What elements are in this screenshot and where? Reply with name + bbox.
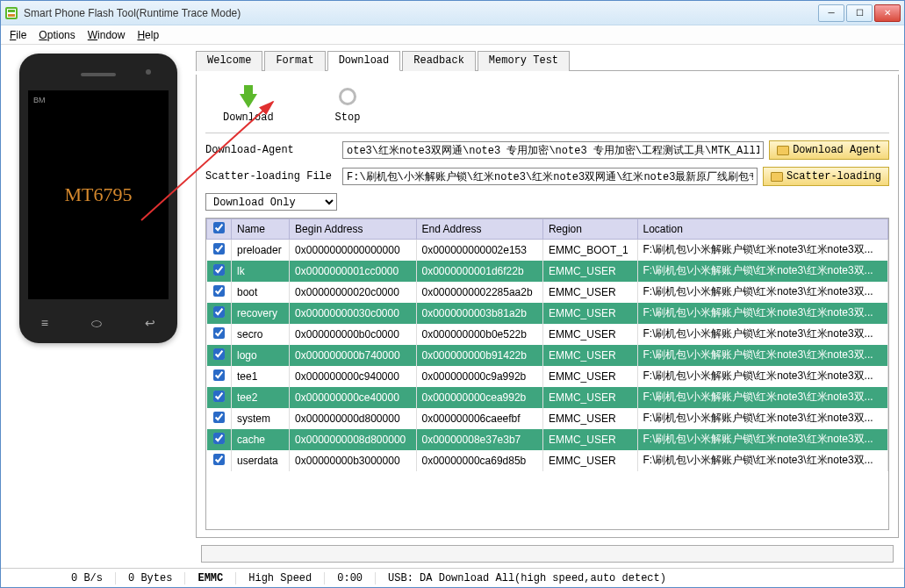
minimize-button[interactable]: ─ [818,4,844,22]
stop-action[interactable]: Stop [335,85,361,124]
scatter-input[interactable] [342,168,758,185]
row-checkbox[interactable] [213,285,225,297]
nav-back-icon: ↩ [145,316,155,331]
close-button[interactable]: ✕ [874,4,901,22]
cell-location: F:\刷机包\小米解账户锁\红米note3\红米note3双... [637,408,888,429]
phone-bm-label: BM [33,96,46,104]
app-window: Smart Phone Flash Tool(Runtime Trace Mod… [0,0,905,588]
cell-end: 0x0000000002285aa2b [416,282,542,303]
row-checkbox[interactable] [213,391,225,402]
main-panel: Welcome Format Download Readback Memory … [196,50,899,563]
cell-end: 0x000000000c9a992b [416,366,542,387]
table-row[interactable]: system 0x000000000d800000 0x000000006cae… [207,408,888,429]
cell-end: 0x00000000ca69d85b [416,450,542,471]
row-checkbox[interactable] [213,433,225,444]
row-checkbox[interactable] [213,454,225,465]
cell-begin: 0x000000000b0c0000 [290,324,416,345]
tab-memtest[interactable]: Memory Test [478,51,570,71]
cell-location: F:\刷机包\小米解账户锁\红米note3\红米note3双... [637,387,888,408]
header-end[interactable]: End Address [416,219,542,240]
cell-name: system [232,408,290,429]
row-checkbox[interactable] [213,306,225,318]
row-checkbox[interactable] [213,412,225,423]
cell-begin: 0x00000000030c0000 [290,303,416,324]
status-storage: EMMC [185,572,236,584]
cell-begin: 0x0000000000000000 [290,240,416,261]
cell-location: F:\刷机包\小米解账户锁\红米note3\红米note3双... [637,450,888,471]
menu-file[interactable]: File [10,29,26,41]
toolbar: Download Stop [205,82,889,133]
cell-end: 0x0000000001d6f22b [416,261,542,282]
menu-window[interactable]: Window [88,29,126,41]
row-checkbox[interactable] [213,243,225,255]
tab-strip: Welcome Format Download Readback Memory … [196,50,899,71]
cell-begin: 0x00000000020c0000 [290,282,416,303]
header-region[interactable]: Region [542,219,637,240]
statusbar: 0 B/s 0 Bytes EMMC High Speed 0:00 USB: … [1,568,904,587]
row-checkbox[interactable] [213,348,225,360]
cell-begin: 0x000000000b740000 [290,345,416,366]
row-checkbox[interactable] [213,264,225,276]
download-mode-select[interactable]: Download Only [205,193,337,211]
da-input[interactable] [342,141,764,159]
cell-region: EMMC_USER [542,261,637,282]
cell-location: F:\刷机包\小米解账户锁\红米note3\红米note3双... [637,366,888,387]
table-row[interactable]: tee2 0x000000000ce40000 0x000000000cea99… [207,387,888,408]
table-row[interactable]: boot 0x00000000020c0000 0x0000000002285a… [207,282,888,303]
header-location[interactable]: Location [637,219,888,240]
table-row[interactable]: logo 0x000000000b740000 0x000000000b9142… [207,345,888,366]
cell-region: EMMC_BOOT_1 [542,240,637,261]
tab-readback[interactable]: Readback [402,51,476,71]
scatter-browse-button[interactable]: Scatter-loading [763,167,889,186]
cell-end: 0x000000000cea992b [416,387,542,408]
cell-region: EMMC_USER [542,282,637,303]
cell-location: F:\刷机包\小米解账户锁\红米note3\红米note3双... [637,282,888,303]
download-action[interactable]: Download [223,85,274,124]
status-speed: 0 B/s [59,572,116,584]
cell-location: F:\刷机包\小米解账户锁\红米note3\红米note3双... [637,429,888,450]
menu-help[interactable]: Help [137,29,159,41]
cell-begin: 0x00000000b3000000 [290,450,416,471]
cell-region: EMMC_USER [542,366,637,387]
download-label: Download [223,111,274,124]
cell-region: EMMC_USER [542,387,637,408]
cell-region: EMMC_USER [542,345,637,366]
header-begin[interactable]: Begin Address [290,219,416,240]
header-check[interactable] [207,219,232,240]
cell-region: EMMC_USER [542,429,637,450]
table-row[interactable]: secro 0x000000000b0c0000 0x000000000b0e5… [207,324,888,345]
menu-options[interactable]: Options [39,29,75,41]
nav-home-icon: ⬭ [91,316,102,331]
tab-download[interactable]: Download [327,51,401,71]
tab-welcome[interactable]: Welcome [196,51,262,71]
cell-name: boot [232,282,290,303]
table-row[interactable]: recovery 0x00000000030c0000 0x0000000003… [207,303,888,324]
cell-begin: 0x000000000ce40000 [290,387,416,408]
table-row[interactable]: preloader 0x0000000000000000 0x000000000… [207,240,888,261]
row-checkbox[interactable] [213,327,225,339]
maximize-button[interactable]: ☐ [846,4,873,22]
cell-name: lk [232,261,290,282]
cell-end: 0x000000006caeefbf [416,408,542,429]
progress-bar [201,545,894,563]
table-row[interactable]: tee1 0x000000000c940000 0x000000000c9a99… [207,366,888,387]
cell-name: logo [232,345,290,366]
tab-format[interactable]: Format [264,51,325,71]
row-checkbox[interactable] [213,369,225,381]
cell-begin: 0x000000000d800000 [290,408,416,429]
da-browse-button[interactable]: Download Agent [769,140,889,160]
table-row[interactable]: userdata 0x00000000b3000000 0x00000000ca… [207,450,888,471]
status-bytes: 0 Bytes [116,572,185,584]
table-row[interactable]: lk 0x0000000001cc0000 0x0000000001d6f22b… [207,261,888,282]
titlebar: Smart Phone Flash Tool(Runtime Trace Mod… [1,1,904,25]
folder-icon [771,172,783,182]
partition-table[interactable]: Name Begin Address End Address Region Lo… [205,218,889,530]
cell-region: EMMC_USER [542,324,637,345]
cell-location: F:\刷机包\小米解账户锁\红米note3\红米note3双... [637,303,888,324]
header-name[interactable]: Name [232,219,290,240]
cell-region: EMMC_USER [542,450,637,471]
cell-region: EMMC_USER [542,303,637,324]
table-row[interactable]: cache 0x0000000008d800000 0x00000008e37e… [207,429,888,450]
da-label: Download-Agent [205,144,337,156]
cell-location: F:\刷机包\小米解账户锁\红米note3\红米note3双... [637,240,888,261]
